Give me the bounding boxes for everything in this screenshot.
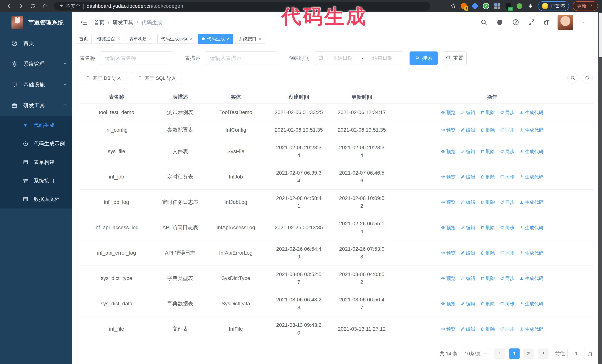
page-button-2[interactable]: 2 xyxy=(523,348,534,359)
preview-link[interactable]: 预览 xyxy=(441,108,456,116)
sync-link[interactable]: 同步 xyxy=(500,126,515,134)
menu-dots-icon[interactable] xyxy=(589,3,594,9)
delete-link[interactable]: 删除 xyxy=(480,325,495,333)
delete-link[interactable]: 删除 xyxy=(480,274,495,282)
table-desc-input[interactable] xyxy=(205,52,277,65)
close-icon[interactable]: × xyxy=(117,37,120,41)
delete-link[interactable]: 删除 xyxy=(480,224,495,231)
back-icon[interactable] xyxy=(4,1,14,11)
prev-page-button[interactable] xyxy=(494,348,505,359)
next-page-button[interactable] xyxy=(538,348,548,359)
extension-check-icon[interactable]: ✓ xyxy=(482,2,490,10)
tag-tab[interactable]: 系统接口× xyxy=(235,34,265,44)
delete-link[interactable]: 删除 xyxy=(480,198,495,206)
close-icon[interactable]: × xyxy=(190,37,193,41)
edit-link[interactable]: 编辑 xyxy=(461,274,475,282)
github-icon[interactable] xyxy=(496,19,504,27)
breadcrumb-item[interactable]: 首页 xyxy=(94,19,105,26)
sidebar-subitem-表单构建[interactable]: 表单构建 xyxy=(0,153,72,171)
font-size-icon[interactable]: tT xyxy=(544,19,549,26)
sidebar-subitem-数据库文档[interactable]: 数据库文档 xyxy=(0,190,72,208)
preview-link[interactable]: 预览 xyxy=(441,173,456,181)
delete-link[interactable]: 删除 xyxy=(480,126,495,134)
edit-link[interactable]: 编辑 xyxy=(461,249,475,257)
tag-tab[interactable]: 首页 xyxy=(75,34,92,44)
app-logo[interactable]: 芋道管理系统 xyxy=(0,12,72,33)
browser-scrollbar[interactable] xyxy=(598,12,602,364)
sync-link[interactable]: 同步 xyxy=(500,249,515,257)
insecure-warning[interactable]: 不安全 xyxy=(59,3,80,10)
table-name-input[interactable] xyxy=(100,52,173,65)
edit-link[interactable]: 编辑 xyxy=(461,126,475,134)
sidebar-fold-icon[interactable] xyxy=(80,18,87,27)
end-date-placeholder[interactable]: 结束日期 xyxy=(366,55,399,62)
sidebar-item-基础设施[interactable]: 基础设施 xyxy=(0,74,72,95)
sync-link[interactable]: 同步 xyxy=(500,274,515,282)
search-button[interactable]: 搜索 xyxy=(409,52,438,65)
extension-grid-icon[interactable] xyxy=(494,2,501,10)
sidebar-item-系统管理[interactable]: 系统管理 xyxy=(0,54,72,74)
page-button-1[interactable]: 1 xyxy=(509,348,520,359)
preview-link[interactable]: 预览 xyxy=(441,325,456,333)
edit-link[interactable]: 编辑 xyxy=(461,198,475,206)
generate-code-link[interactable]: 生成代码 xyxy=(519,224,543,231)
import-sql-button[interactable]: 基于 SQL 导入 xyxy=(132,72,182,84)
sidebar-item-首页[interactable]: 首页 xyxy=(0,33,72,54)
sync-link[interactable]: 同步 xyxy=(500,108,515,116)
edit-link[interactable]: 编辑 xyxy=(461,224,475,231)
generate-code-link[interactable]: 生成代码 xyxy=(519,108,543,116)
page-size-select[interactable]: 10条/页 xyxy=(462,348,490,359)
sync-link[interactable]: 同步 xyxy=(500,173,515,181)
import-db-button[interactable]: 基于 DB 导入 xyxy=(80,72,127,84)
edit-link[interactable]: 编辑 xyxy=(461,300,475,308)
user-avatar[interactable] xyxy=(558,15,573,30)
generate-code-link[interactable]: 生成代码 xyxy=(519,249,543,257)
delete-link[interactable]: 删除 xyxy=(480,249,495,257)
close-icon[interactable]: × xyxy=(149,37,152,41)
extension-dark-icon[interactable]: on xyxy=(505,2,512,10)
forward-icon[interactable] xyxy=(16,1,26,11)
preview-link[interactable]: 预览 xyxy=(441,249,456,257)
generate-code-link[interactable]: 生成代码 xyxy=(519,173,543,181)
preview-link[interactable]: 预览 xyxy=(441,224,456,231)
sync-link[interactable]: 同步 xyxy=(500,147,515,155)
tag-tab[interactable]: 代码生成× xyxy=(198,34,233,44)
close-icon[interactable]: × xyxy=(227,37,229,41)
edit-link[interactable]: 编辑 xyxy=(461,147,475,155)
generate-code-link[interactable]: 生成代码 xyxy=(519,325,543,333)
toggle-search-button[interactable] xyxy=(567,73,578,83)
scrollbar-thumb[interactable] xyxy=(599,13,602,57)
edit-link[interactable]: 编辑 xyxy=(461,173,475,181)
preview-link[interactable]: 预览 xyxy=(441,126,456,134)
preview-link[interactable]: 预览 xyxy=(441,300,456,308)
preview-link[interactable]: 预览 xyxy=(441,147,456,155)
tag-tab[interactable]: 表单构建× xyxy=(126,34,155,44)
generate-code-link[interactable]: 生成代码 xyxy=(519,274,543,282)
chrome-update-button[interactable]: 更新 xyxy=(573,1,598,11)
preview-link[interactable]: 预览 xyxy=(441,198,456,206)
fullscreen-icon[interactable] xyxy=(528,19,535,27)
generate-code-link[interactable]: 生成代码 xyxy=(519,198,543,206)
sidebar-subitem-代码生成[interactable]: 代码生成 xyxy=(0,116,72,135)
delete-link[interactable]: 删除 xyxy=(480,300,495,308)
search-icon[interactable] xyxy=(480,19,487,27)
delete-link[interactable]: 删除 xyxy=(480,108,495,116)
generate-code-link[interactable]: 生成代码 xyxy=(519,300,543,308)
sync-link[interactable]: 同步 xyxy=(500,325,515,333)
caret-down-icon[interactable] xyxy=(582,20,586,25)
sidebar-subitem-系统接口[interactable]: 系统接口 xyxy=(0,171,72,190)
goto-page-input[interactable] xyxy=(567,348,585,359)
reload-icon[interactable] xyxy=(28,1,38,11)
sidebar-subitem-代码生成示例[interactable]: 代码生成示例 xyxy=(0,135,72,153)
generate-code-link[interactable]: 生成代码 xyxy=(519,147,543,155)
edit-link[interactable]: 编辑 xyxy=(461,108,475,116)
sidebar-item-研发工具[interactable]: 研发工具 xyxy=(0,95,72,116)
edit-link[interactable]: 编辑 xyxy=(461,325,475,333)
bookmark-star-icon[interactable] xyxy=(450,3,456,10)
generate-code-link[interactable]: 生成代码 xyxy=(519,126,543,134)
extensions-puzzle-icon[interactable] xyxy=(527,2,534,10)
sync-link[interactable]: 同步 xyxy=(500,224,515,231)
sync-link[interactable]: 同步 xyxy=(500,300,515,308)
reset-button[interactable]: 重置 xyxy=(442,52,467,65)
address-bar[interactable]: 不安全 dashboard.yudao.iocoder.cn/tool/code… xyxy=(54,2,430,10)
